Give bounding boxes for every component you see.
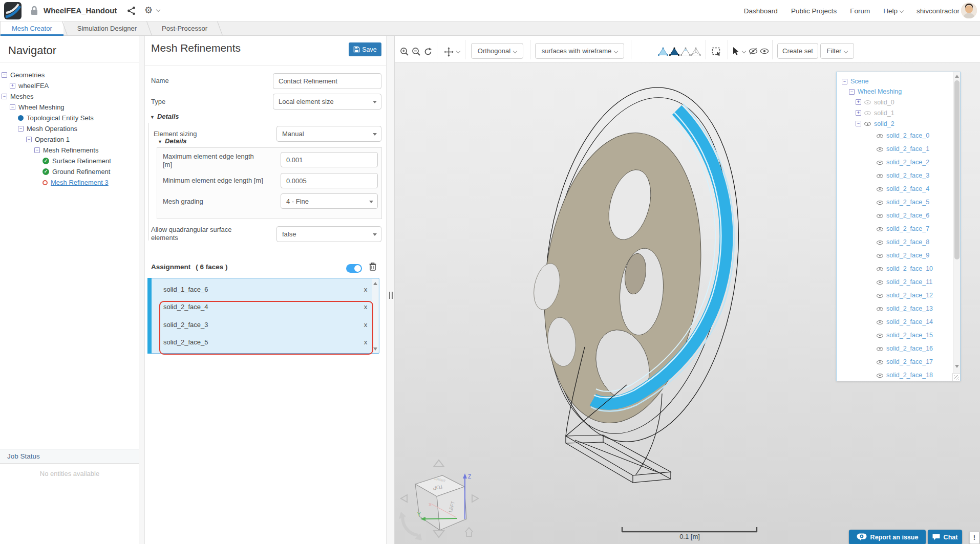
max-edge-input[interactable] [281,152,378,167]
scene-face-label[interactable]: solid_2_face_0 [886,132,929,139]
scene-face-label[interactable]: solid_2_face_2 [886,159,929,166]
visibility-eye-icon[interactable] [864,99,871,105]
assignment-item-label[interactable]: solid_2_face_5 [152,338,359,346]
nav-public-projects[interactable]: Public Projects [791,7,837,15]
min-edge-input[interactable] [281,173,378,188]
visibility-eye-icon[interactable] [877,199,883,206]
alert-badge[interactable]: ! [969,531,979,544]
collapse-icon[interactable] [856,121,861,126]
scene-face-label[interactable]: solid_2_face_4 [886,185,929,192]
inner-details-header[interactable]: Details [158,137,187,145]
refresh-icon[interactable] [423,47,433,56]
scene-face-label[interactable]: solid_2_face_3 [886,172,929,179]
scene-face-label[interactable]: solid_2_face_6 [886,212,929,219]
scene-face-label[interactable]: solid_2_face_16 [886,345,933,352]
assignment-item-label[interactable]: solid_2_face_3 [152,321,359,329]
report-issue-button[interactable]: Report an issue [849,530,926,544]
visibility-eye-icon[interactable] [877,266,883,272]
show-nodes-icon[interactable] [691,47,701,56]
tree-item-label[interactable]: Mesh Refinement 3 [51,179,109,186]
projection-select[interactable]: Orthogonal [471,43,523,59]
chat-button[interactable]: Chat [928,530,962,544]
tab-simulation-designer[interactable]: Simulation Designer [66,21,148,35]
job-status-header[interactable]: Job Status [0,449,139,464]
scene-group-label[interactable]: Wheel Meshing [858,88,902,95]
hide-selection-icon[interactable] [749,47,758,55]
rotate-right-arrow[interactable] [472,495,478,502]
scene-face-label[interactable]: solid_2_face_13 [886,305,933,312]
collapse-icon[interactable] [26,137,32,142]
type-select[interactable]: Local element size [273,94,381,110]
filter-button[interactable]: Filter [820,43,854,59]
collapse-icon[interactable] [2,72,7,78]
home-view-icon[interactable] [465,528,473,536]
scene-face-label[interactable]: solid_2_face_1 [886,145,929,153]
scene-face-label[interactable]: solid_2_face_15 [886,332,933,339]
tree-item-label[interactable]: Mesh Refinements [43,146,98,154]
avatar[interactable] [961,3,977,18]
box-select-icon[interactable] [712,47,721,56]
viewport-canvas[interactable]: TOP LEFT FRONT X Y Z [395,63,980,544]
visibility-eye-icon[interactable] [877,372,883,379]
scene-face-label[interactable]: solid_2_face_8 [886,238,929,246]
nav-dashboard[interactable]: Dashboard [744,7,778,15]
zoom-out-icon[interactable] [412,47,421,56]
chevron-down-icon[interactable] [742,49,746,53]
show-selection-icon[interactable] [760,47,769,55]
rotate-down-arrow[interactable] [434,531,444,537]
quad-elements-select[interactable]: false [276,226,381,242]
username-label[interactable]: shivcontractor [917,7,960,15]
chevron-down-icon[interactable] [156,8,160,12]
expand-icon[interactable] [856,110,861,116]
scroll-up-icon[interactable] [373,282,377,285]
visibility-eye-icon[interactable] [877,306,883,312]
visibility-eye-icon[interactable] [877,146,883,153]
share-icon[interactable] [127,6,136,15]
rotate-roll-arrow[interactable] [403,515,418,535]
visibility-eye-icon[interactable] [864,110,871,116]
create-set-button[interactable]: Create set [777,43,818,59]
scene-face-label[interactable]: solid_2_face_14 [886,318,933,325]
visibility-eye-icon[interactable] [877,332,883,339]
visibility-eye-icon[interactable] [877,172,883,179]
trash-icon[interactable] [369,262,377,271]
scene-panel-scrollbar[interactable] [953,72,960,381]
tree-item-label[interactable]: Geometries [10,71,45,79]
visibility-eye-icon[interactable] [864,120,871,127]
visibility-eye-icon[interactable] [877,239,883,246]
name-input[interactable] [273,73,381,89]
scene-face-label[interactable]: solid_2_face_9 [886,252,929,259]
collapse-icon[interactable] [18,126,24,132]
scene-solid-label[interactable]: solid_1 [874,110,894,117]
visibility-eye-icon[interactable] [877,212,883,219]
tree-item-label[interactable]: Topological Entity Sets [27,114,94,122]
show-edges-icon[interactable] [680,47,691,56]
remove-item-button[interactable]: x [359,338,372,346]
render-mode-select[interactable]: surfaces with wireframe [535,43,624,59]
collapse-icon[interactable] [34,147,40,153]
visibility-eye-icon[interactable] [877,279,883,286]
remove-item-button[interactable]: x [359,286,372,293]
scene-face-label[interactable]: solid_2_face_18 [886,372,933,379]
visibility-eye-icon[interactable] [877,319,883,325]
scroll-down-icon[interactable] [373,347,377,351]
tree-item-label[interactable]: Meshes [10,93,34,100]
gear-icon[interactable]: ⚙ [144,5,153,16]
tree-item-label[interactable]: wheelFEA [18,82,49,90]
expand-icon[interactable] [856,99,861,105]
tree-item-label[interactable]: Mesh Operations [27,125,77,133]
expand-icon[interactable] [10,83,15,89]
assignment-item-label[interactable]: solid_2_face_4 [152,303,359,311]
show-volumes-icon[interactable] [658,47,668,56]
collapse-icon[interactable] [2,94,7,99]
scroll-up-icon[interactable] [955,75,959,78]
show-faces-icon[interactable] [669,47,679,56]
rotate-up-arrow[interactable] [434,460,444,467]
tree-item-label[interactable]: Surface Refinement [52,157,111,165]
scene-face-label[interactable]: solid_2_face_12 [886,292,933,299]
scene-root-label[interactable]: Scene [850,78,868,85]
visibility-eye-icon[interactable] [877,359,883,365]
visibility-eye-icon[interactable] [877,252,883,259]
collapse-icon[interactable] [842,79,847,84]
visibility-eye-icon[interactable] [877,133,883,139]
